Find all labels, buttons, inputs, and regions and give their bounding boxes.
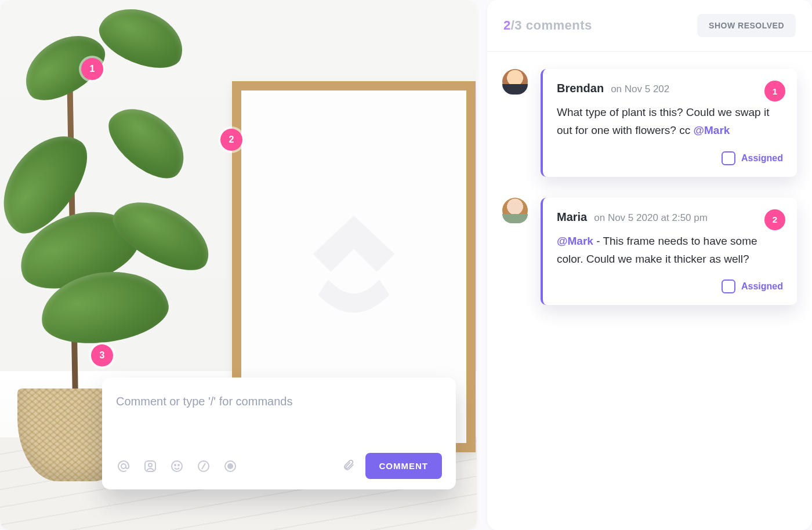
comment-author: Maria xyxy=(557,210,587,224)
annotation-marker-2[interactable]: 2 xyxy=(220,129,242,151)
comment-marker-badge[interactable]: 2 xyxy=(764,209,785,230)
avatar[interactable] xyxy=(502,69,528,95)
comment-card[interactable]: 1 Brendan on Nov 5 202 What type of plan… xyxy=(541,69,797,177)
mention-icon[interactable] xyxy=(116,459,131,474)
attachment-icon[interactable] xyxy=(342,459,355,474)
svg-point-0 xyxy=(121,464,126,469)
assigned-label: Assigned xyxy=(741,281,783,292)
assigned-label: Assigned xyxy=(741,153,783,164)
svg-point-4 xyxy=(175,464,176,466)
comment-thread: 1 Brendan on Nov 5 202 What type of plan… xyxy=(487,52,812,322)
submit-comment-button[interactable]: COMMENT xyxy=(365,453,443,479)
active-comment-count: 2 xyxy=(503,18,511,32)
comment-marker-badge[interactable]: 1 xyxy=(764,81,785,101)
show-resolved-button[interactable]: SHOW RESOLVED xyxy=(697,14,796,37)
assign-icon[interactable] xyxy=(143,459,158,474)
svg-point-3 xyxy=(172,461,182,471)
svg-point-9 xyxy=(228,464,233,469)
comments-panel: 2/3 comments SHOW RESOLVED 1 Brendan on … xyxy=(487,0,812,530)
comment-body: What type of plant is this? Could we swa… xyxy=(557,103,783,140)
marker-label: 3 xyxy=(100,350,105,361)
assigned-checkbox[interactable] xyxy=(722,151,735,165)
comment-date: on Nov 5 202 xyxy=(611,84,669,95)
total-comment-text: /3 comments xyxy=(511,18,592,32)
comment-count: 2/3 comments xyxy=(503,18,592,33)
record-icon[interactable] xyxy=(223,459,238,474)
slash-command-icon[interactable] xyxy=(196,459,211,474)
comment-composer: COMMENT xyxy=(102,377,456,489)
annotation-marker-1[interactable]: 1 xyxy=(81,58,103,80)
assigned-checkbox[interactable] xyxy=(722,279,735,293)
watermark-logo-icon xyxy=(290,203,418,331)
comment-body: @Mark - This frame needs to have some co… xyxy=(557,232,783,268)
comment-card[interactable]: 2 Maria on Nov 5 2020 at 2:50 pm @Mark -… xyxy=(541,198,797,306)
marker-label: 1 xyxy=(90,64,95,74)
avatar[interactable] xyxy=(502,198,528,223)
svg-line-7 xyxy=(202,463,205,469)
mention-link[interactable]: @Mark xyxy=(557,235,593,247)
comments-header: 2/3 comments SHOW RESOLVED xyxy=(487,0,812,52)
emoji-icon[interactable] xyxy=(169,459,184,474)
svg-point-5 xyxy=(178,464,179,466)
comment-author: Brendan xyxy=(557,82,604,95)
annotation-marker-3[interactable]: 3 xyxy=(91,344,113,366)
svg-point-2 xyxy=(148,463,152,467)
comment-item: 2 Maria on Nov 5 2020 at 2:50 pm @Mark -… xyxy=(502,198,797,306)
mention-link[interactable]: @Mark xyxy=(694,124,730,136)
marker-label: 2 xyxy=(229,135,234,145)
comment-date: on Nov 5 2020 at 2:50 pm xyxy=(594,212,708,224)
comment-input[interactable] xyxy=(116,393,442,447)
proof-canvas[interactable]: 1 2 3 COMMENT xyxy=(0,0,477,530)
comment-item: 1 Brendan on Nov 5 202 What type of plan… xyxy=(502,69,797,177)
